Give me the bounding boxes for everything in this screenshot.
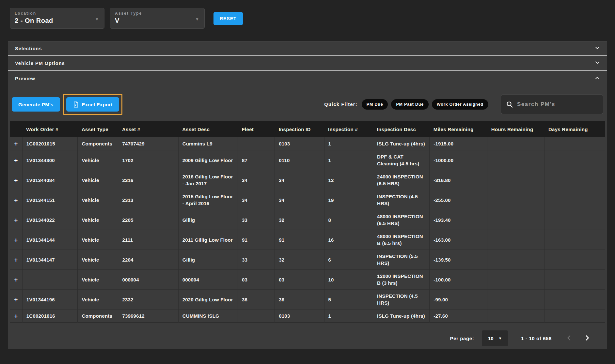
row-expand-button[interactable]: + xyxy=(10,170,22,190)
search-input[interactable] xyxy=(517,101,598,108)
table-cell: 2316 xyxy=(118,170,178,190)
column-header: Inspection # xyxy=(324,121,373,137)
asset-type-label: Asset Type xyxy=(115,11,200,16)
column-header: Inspection ID xyxy=(275,121,324,137)
table-cell: 1V01344022 xyxy=(22,210,78,230)
table-cell: 2111 xyxy=(118,230,178,250)
table-cell: 1 xyxy=(324,310,373,323)
table-cell: 12000 INSPECTION B (3 hrs) xyxy=(373,270,430,290)
row-expand-button[interactable]: + xyxy=(10,250,22,270)
excel-export-label: Excel Export xyxy=(82,102,113,107)
row-expand-button[interactable]: + xyxy=(10,310,22,323)
row-expand-button[interactable]: + xyxy=(10,210,22,230)
table-cell: ISLG Tune-up (4hrs) xyxy=(373,137,430,150)
table-row: +1C00201016Components73969612CUMMINS ISL… xyxy=(10,310,605,323)
table-cell: 48000 INSPECTION B (6.5 hrs) xyxy=(373,230,430,250)
table-cell: Vehicle xyxy=(78,290,118,310)
table-row: +1V01344196Vehicle23322020 Gillig Low Fl… xyxy=(10,290,605,310)
table-cell: 33 xyxy=(238,210,275,230)
table-row: +1V01344144Vehicle21112011 Gillig Low Fl… xyxy=(10,230,605,250)
table-cell: 19 xyxy=(324,190,373,210)
accordion-selections-label: Selections xyxy=(15,46,42,51)
table-cell: Gillig xyxy=(178,210,238,230)
table-cell: Components xyxy=(78,310,118,323)
generate-pms-button[interactable]: Generate PM's xyxy=(12,97,60,112)
table-cell: 5 xyxy=(324,290,373,310)
column-header: Days Remaining xyxy=(544,121,605,137)
table-cell: 0110 xyxy=(275,150,324,170)
table-cell: 2205 xyxy=(118,210,178,230)
accordion-vehicle-pm-options-label: Vehicle PM Options xyxy=(15,61,65,66)
table-cell xyxy=(487,310,544,323)
table-cell: -99.00 xyxy=(430,290,487,310)
table-cell: -100.00 xyxy=(430,270,487,290)
table-row: +1V01344084Vehicle23162016 Gillig Low Fl… xyxy=(10,170,605,190)
preview-panel: Generate PM's x Excel Export xyxy=(8,86,607,349)
table-cell xyxy=(238,137,275,150)
table-row: +1V01344147Vehicle2204Gillig33326INSPECT… xyxy=(10,250,605,270)
table-cell: Vehicle xyxy=(78,150,118,170)
accordion-preview-label: Preview xyxy=(15,76,35,81)
prev-page-button[interactable] xyxy=(563,333,575,344)
caret-down-icon: ▼ xyxy=(95,17,99,22)
table-cell: CUMMINS ISLG xyxy=(178,310,238,323)
accordion-preview[interactable]: Preview xyxy=(8,71,607,86)
table-cell xyxy=(487,230,544,250)
preview-toolbar: Generate PM's x Excel Export xyxy=(10,86,605,121)
column-header: Hours Remaining xyxy=(487,121,544,137)
table-cell xyxy=(487,290,544,310)
accordion: Selections Vehicle PM Options Preview Ge… xyxy=(8,41,607,349)
per-page-value: 10 xyxy=(488,336,494,341)
table-cell: 87 xyxy=(238,150,275,170)
table-cell: 2313 xyxy=(118,190,178,210)
accordion-vehicle-pm-options[interactable]: Vehicle PM Options xyxy=(8,56,607,71)
location-value: 2 - On Road xyxy=(15,17,100,24)
chevron-left-icon xyxy=(566,335,572,341)
row-expand-button[interactable]: + xyxy=(10,137,22,150)
table-cell: 2016 Gillig Low Floor - Jan 2017 xyxy=(178,170,238,190)
quick-filter-work-order-assigned[interactable]: Work Order Assigned xyxy=(432,99,488,110)
per-page-select[interactable]: 10 ▼ xyxy=(482,330,508,346)
table-cell: 2204 xyxy=(118,250,178,270)
table-cell: 03 xyxy=(275,270,324,290)
quick-filter-pm-due[interactable]: PM Due xyxy=(362,99,388,110)
asset-type-select[interactable]: Asset Type V ▼ xyxy=(110,8,205,29)
table-cell: -1915.00 xyxy=(430,137,487,150)
quick-filter-pm-past-due[interactable]: PM Past Due xyxy=(391,99,429,110)
reset-button[interactable]: RESET xyxy=(213,12,243,25)
svg-text:x: x xyxy=(74,103,76,106)
table-cell: 1V01344151 xyxy=(22,190,78,210)
table-cell: 34 xyxy=(238,170,275,190)
table-cell xyxy=(544,310,605,323)
table-cell: Vehicle xyxy=(78,270,118,290)
row-expand-button[interactable]: + xyxy=(10,270,22,290)
table-cell: 1V01344196 xyxy=(22,290,78,310)
table-cell: Cummins L9 xyxy=(178,137,238,150)
row-expand-button[interactable]: + xyxy=(10,150,22,170)
table-cell xyxy=(544,210,605,230)
row-expand-button[interactable]: + xyxy=(10,190,22,210)
table-cell: 1C00201015 xyxy=(22,137,78,150)
table-cell xyxy=(544,190,605,210)
next-page-button[interactable] xyxy=(581,333,593,344)
per-page-label: Per page: xyxy=(450,336,474,341)
location-select[interactable]: Location 2 - On Road ▼ xyxy=(10,8,104,29)
table-cell: 91 xyxy=(238,230,275,250)
table-cell: 000004 xyxy=(178,270,238,290)
table-cell: 16 xyxy=(324,230,373,250)
table-row: +1V01344300Vehicle17022009 Gillig Low Fl… xyxy=(10,150,605,170)
excel-export-button[interactable]: x Excel Export xyxy=(66,97,119,112)
table-cell: Vehicle xyxy=(78,250,118,270)
row-expand-button[interactable]: + xyxy=(10,290,22,310)
column-header: Asset Type xyxy=(78,121,118,137)
table-row: +1V01344022Vehicle2205Gillig3332848000 I… xyxy=(10,210,605,230)
row-expand-button[interactable]: + xyxy=(10,230,22,250)
search-icon xyxy=(506,101,513,108)
table-cell: Vehicle xyxy=(78,230,118,250)
table-cell: 74707429 xyxy=(118,137,178,150)
accordion-selections[interactable]: Selections xyxy=(8,41,607,56)
table-cell: 91 xyxy=(275,230,324,250)
table-cell: DPF & CAT Cleaning (4.5 hrs) xyxy=(373,150,430,170)
table-cell xyxy=(544,137,605,150)
table-cell: 1C00201016 xyxy=(22,310,78,323)
